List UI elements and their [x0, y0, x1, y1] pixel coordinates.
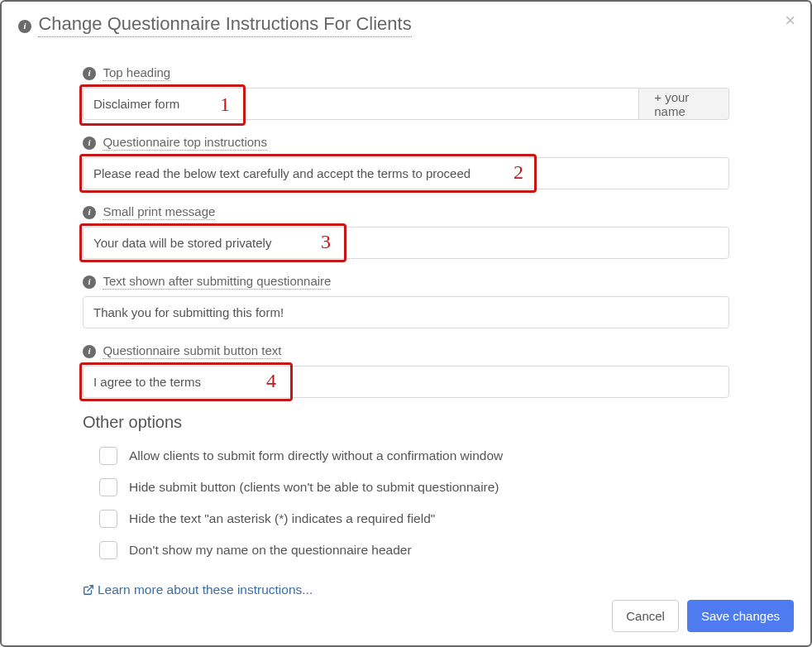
label-small-print: Small print message [103, 204, 215, 220]
option-row: Allow clients to submit form directly wi… [99, 447, 729, 465]
input-small-print[interactable] [83, 227, 729, 259]
annotation-number-2: 2 [513, 161, 523, 184]
option-row: Don't show my name on the questionnaire … [99, 541, 729, 559]
options-list: Allow clients to submit form directly wi… [99, 447, 729, 559]
learn-more-text: Learn more about these instructions... [98, 582, 313, 597]
svg-line-0 [88, 586, 93, 591]
checkbox-hide-my-name[interactable] [99, 541, 117, 559]
cancel-button[interactable]: Cancel [612, 600, 679, 632]
option-label: Allow clients to submit form directly wi… [129, 448, 503, 463]
label-after-submit: Text shown after submitting questionnair… [103, 274, 331, 290]
info-icon: i [83, 67, 96, 80]
close-icon[interactable]: × [785, 12, 795, 30]
option-label: Don't show my name on the questionnaire … [129, 543, 412, 558]
learn-more-link[interactable]: Learn more about these instructions... [83, 582, 313, 597]
modal-dialog: × i Change Questionnaire Instructions Fo… [0, 0, 812, 647]
option-row: Hide the text "an asterisk (*) indicates… [99, 510, 729, 528]
save-changes-button[interactable]: Save changes [687, 600, 794, 632]
form-content: i Top heading + your name 1 i Questionna… [83, 65, 729, 597]
input-after-submit[interactable] [83, 296, 729, 328]
external-link-icon [83, 584, 94, 596]
modal-footer: Cancel Save changes [612, 600, 794, 632]
info-icon: i [83, 206, 96, 219]
checkbox-hide-submit[interactable] [99, 478, 117, 496]
option-row: Hide submit button (clients won't be abl… [99, 478, 729, 496]
label-top-instructions: Questionnaire top instructions [103, 135, 266, 151]
addon-your-name-button[interactable]: + your name [639, 88, 729, 120]
input-top-heading[interactable] [83, 88, 639, 120]
label-top-heading: Top heading [103, 65, 170, 81]
field-submit-button-text: i Questionnaire submit button text 4 [83, 343, 729, 398]
option-label: Hide submit button (clients won't be abl… [129, 480, 499, 495]
checkbox-allow-direct-submit[interactable] [99, 447, 117, 465]
label-submit-button-text: Questionnaire submit button text [103, 343, 281, 359]
annotation-number-4: 4 [266, 370, 276, 392]
info-icon: i [83, 276, 96, 289]
option-label: Hide the text "an asterisk (*) indicates… [129, 511, 435, 526]
field-small-print: i Small print message 3 [83, 204, 729, 259]
checkbox-hide-asterisk-text[interactable] [99, 510, 117, 528]
info-icon: i [83, 137, 96, 150]
input-top-instructions[interactable] [83, 157, 729, 189]
annotation-number-3: 3 [321, 231, 331, 253]
modal-title: Change Questionnaire Instructions For Cl… [38, 13, 411, 37]
info-icon: i [18, 20, 31, 33]
field-top-instructions: i Questionnaire top instructions 2 [83, 135, 729, 189]
field-after-submit: i Text shown after submitting questionna… [83, 274, 729, 328]
info-icon: i [83, 345, 96, 358]
field-top-heading: i Top heading + your name 1 [83, 65, 729, 120]
annotation-number-1: 1 [220, 93, 230, 116]
modal-title-row: i Change Questionnaire Instructions For … [18, 13, 794, 37]
input-submit-button-text[interactable] [83, 366, 729, 398]
other-options-heading: Other options [83, 413, 729, 432]
